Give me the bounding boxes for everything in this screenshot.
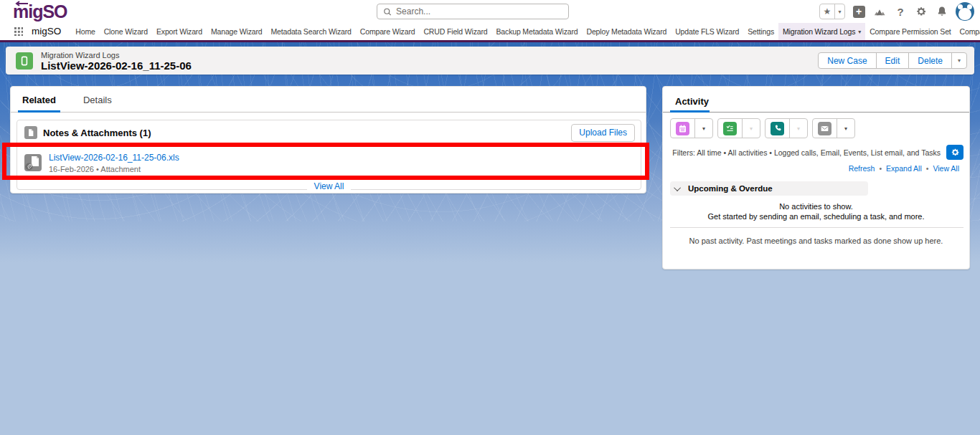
view-all-link[interactable]: View All [307,181,352,191]
tab-backup-metadata-wizard[interactable]: Backup Metadata Wizard [491,23,582,40]
record-object-icon [16,52,33,70]
gear-icon [915,6,927,17]
log-a-call-button[interactable] [765,119,789,138]
record-title: ListView-2026-02-16_11-25-06 [41,59,192,72]
attachment-meta: 16-Feb-2026 • Attachment [49,165,179,173]
search-icon [383,7,392,16]
salesforce-screen: migSO ★ ▾ + ? [0,0,980,435]
setup-button[interactable] [914,4,928,19]
migso-logo: migSO [13,1,67,21]
separator-dot: • [879,164,882,173]
notes-attachments-header: Notes & Attachments (1) Upload Files [17,120,641,145]
tab-settings[interactable]: Settings [743,23,778,40]
help-button[interactable]: ? [893,4,908,19]
tab-home[interactable]: Home [71,23,99,40]
new-event-dropdown[interactable]: ▾ [694,119,712,138]
activity-links-row: Refresh • Expand All • View All [849,164,959,173]
tab-update-fls-wizard[interactable]: Update FLS Wizard [671,23,743,40]
new-task-button-group: ▾ [717,118,760,138]
note-icon [24,126,37,139]
chevron-down-icon: ▾ [958,57,961,64]
tab-deploy-metadata-wizard[interactable]: Deploy Metadata Wizard [583,23,672,40]
no-activities-message: No activities to show. Get started by se… [663,201,969,221]
activity-panel: Activity ▾ ▾ [662,86,970,269]
new-task-button[interactable] [718,119,742,138]
phone-icon [771,122,784,135]
global-header: migSO ★ ▾ + ? [0,0,980,23]
email-dropdown[interactable]: ▾ [837,119,854,138]
chevron-down-icon[interactable]: ▾ [858,29,861,35]
tab-compare-permission-set[interactable]: Compare Permission Set [865,23,955,40]
filters-settings-button[interactable] [946,145,963,160]
activity-filters-row: Filters: All time • All activities • Log… [672,145,963,160]
delete-button[interactable]: Delete [908,53,951,68]
email-button-group: ▾ [812,118,855,138]
envelope-icon [818,122,831,135]
no-past-activity-message: No past activity. Past meetings and task… [663,236,969,245]
attachment-row[interactable]: ListView-2026-02-16_11-25-06.xls 16-Feb-… [17,146,641,179]
log-a-call-button-group: ▾ [765,118,808,138]
activity-tab[interactable]: Activity [675,96,709,107]
favorites-star-icon[interactable]: ★ [820,4,834,19]
trailhead-button[interactable] [872,4,887,19]
notes-attachments-card: Notes & Attachments (1) Upload Files Lis… [17,120,641,190]
question-mark-icon: ? [897,6,903,18]
gear-icon [951,148,960,157]
favorites-button-group: ★ ▾ [819,4,845,19]
new-event-button[interactable] [671,119,694,138]
tab-related[interactable]: Related [18,95,60,112]
attachment-file-icon [24,154,42,171]
tab-crud-field-wizard[interactable]: CRUD Field Wizard [419,23,491,40]
header-icons: ★ ▾ + ? [819,0,974,23]
event-calendar-icon [676,122,689,135]
activity-view-all-link[interactable]: View All [933,164,959,173]
user-avatar[interactable] [956,2,974,21]
new-task-dropdown: ▾ [742,119,760,138]
nav-accent-line [0,40,980,42]
chevron-down-icon [674,184,681,191]
new-event-button-group: ▾ [670,118,713,138]
plus-icon: + [853,6,865,18]
quick-create-button[interactable]: + [852,4,866,19]
app-launcher-waffle-icon[interactable] [14,27,23,36]
notifications-button[interactable] [935,4,949,19]
tab-export-wizard[interactable]: Export Wizard [152,23,207,40]
no-activities-line1: No activities to show. [663,201,969,211]
refresh-link[interactable]: Refresh [849,164,875,173]
record-action-buttons: New Case Edit Delete ▾ [818,52,967,69]
record-entity-label: Migration Wizard Logs [41,51,119,59]
activity-section-divider [670,227,963,228]
upcoming-overdue-section-header[interactable]: Upcoming & Overdue [670,181,868,196]
edit-button[interactable]: Edit [876,53,909,68]
upload-files-button[interactable]: Upload Files [571,124,635,142]
tab-clone-wizard[interactable]: Clone Wizard [100,23,152,40]
email-button[interactable] [813,119,837,138]
record-header-card: Migration Wizard Logs ListView-2026-02-1… [6,47,974,75]
tab-metadata-search-wizard[interactable]: Metadata Search Wizard [267,23,356,40]
tab-migration-wizard-logs[interactable]: Migration Wizard Logs▾ [778,23,865,40]
tab-manage-wizard[interactable]: Manage Wizard [207,23,267,40]
new-case-button[interactable]: New Case [819,53,875,68]
notes-attachments-title[interactable]: Notes & Attachments (1) [43,128,151,138]
log-a-call-dropdown: ▾ [789,119,807,138]
no-activities-line2: Get started by sending an email, schedul… [663,211,969,221]
tab-details[interactable]: Details [79,95,116,112]
tab-compare-wizard[interactable]: Compare Wizard [356,23,420,40]
nav-tabs: Home Clone Wizard Export Wizard Manage W… [71,23,980,40]
filters-text: Filters: All time • All activities • Log… [672,148,941,157]
related-panel: Related Details Notes & Attachments (1) … [10,86,646,193]
attachment-filename-link[interactable]: ListView-2026-02-16_11-25-06.xls [49,153,179,163]
more-actions-dropdown[interactable]: ▾ [951,53,966,68]
paperclip-icon [25,163,33,171]
activity-tab-underline [670,110,710,113]
activity-composer-buttons: ▾ ▾ ▾ [670,118,855,138]
global-search[interactable] [377,4,569,19]
bell-icon [936,6,948,17]
app-name: migSO [32,26,61,40]
expand-all-link[interactable]: Expand All [886,164,922,173]
tab-compare-profile[interactable]: Compare Profile [956,23,980,40]
separator-dot: • [926,164,929,173]
favorites-dropdown-icon[interactable]: ▾ [834,4,844,19]
related-details-tabs: Related Details [11,87,646,113]
search-input[interactable] [396,6,562,16]
